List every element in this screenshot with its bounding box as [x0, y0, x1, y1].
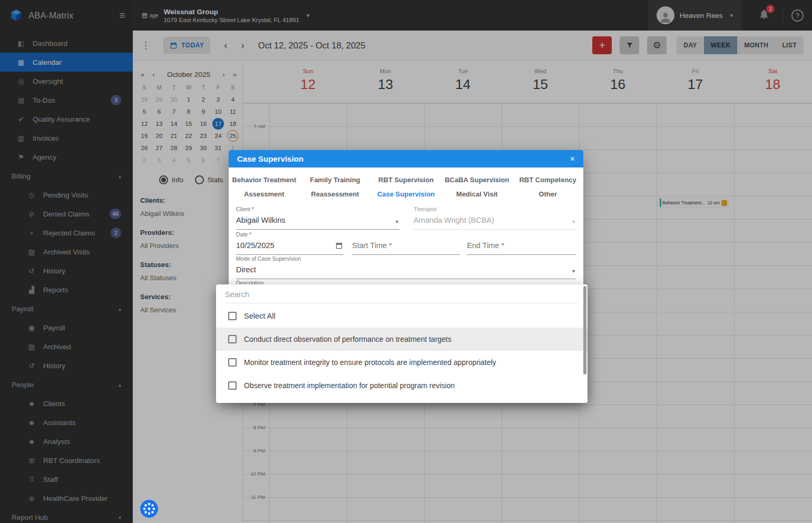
checkbox-icon[interactable]: [228, 312, 237, 320]
client-field: Client * Abigail Wilkins ▾: [236, 206, 399, 230]
tab-medical-visit[interactable]: Medical Visit: [442, 187, 513, 201]
option-row[interactable]: Conduct direct observation of performanc…: [216, 328, 588, 351]
mode-value: Direct: [236, 265, 256, 274]
end-time-label: [467, 231, 576, 239]
client-select[interactable]: Abigail Wilkins ▾: [236, 213, 399, 230]
mode-field: Mode of Case Supervision Direct ▾: [236, 255, 576, 279]
date-field: Date * 10/25/2025: [236, 231, 344, 255]
start-time-input[interactable]: Start Time *: [352, 239, 460, 255]
chevron-down-icon: ▾: [396, 219, 398, 224]
tab-reassessment[interactable]: Reassessment: [300, 187, 371, 201]
end-time-field: End Time *: [467, 231, 576, 255]
checkbox-icon[interactable]: [228, 381, 237, 390]
date-label: Date *: [236, 231, 344, 239]
option-label: Conduct direct observation of performanc…: [244, 335, 452, 343]
app-root: ABA-Matrix ≡ ◧ Dashboard ▦ Calendar ◎ Ov…: [0, 0, 812, 523]
client-value: Abigail Wilkins: [236, 216, 285, 224]
tab-behavior-treatment[interactable]: Behavior Treatment: [229, 173, 300, 187]
mode-label: Mode of Case Supervision: [236, 255, 576, 263]
therapist-label: Therapist: [414, 206, 576, 213]
visit-type-tabs: Behavior Treatment Family Training RBT S…: [229, 167, 583, 201]
option-label: Monitor treatment integrity to ensure pr…: [244, 358, 496, 367]
tab-bcaba-supervision[interactable]: BCaBA Supervision: [442, 173, 513, 187]
modal-header: Case Supervision ×: [229, 150, 583, 167]
checkbox-icon[interactable]: [228, 358, 237, 367]
tab-rbt-competency[interactable]: RBT Competency: [512, 173, 583, 187]
scrollbar-thumb[interactable]: [583, 286, 586, 374]
tab-other[interactable]: Other: [512, 187, 583, 201]
therapist-value: Amanda Wright (BCBA): [414, 216, 494, 224]
therapist-select[interactable]: Amanda Wright (BCBA) ▾: [414, 213, 576, 230]
calendar-icon[interactable]: [335, 242, 343, 250]
select-all-label: Select All: [244, 312, 276, 320]
close-icon[interactable]: ×: [570, 154, 575, 164]
select-all-row[interactable]: Select All: [216, 304, 588, 328]
checkbox-icon[interactable]: [228, 335, 237, 343]
tab-family-training[interactable]: Family Training: [300, 173, 371, 187]
search-input[interactable]: [225, 290, 579, 299]
start-time-field: Start Time *: [352, 231, 460, 255]
tab-case-supervision[interactable]: Case Supervision: [370, 187, 442, 201]
therapist-field: Therapist Amanda Wright (BCBA) ▾: [414, 206, 576, 230]
goals-multiselect-dropdown: Select All Conduct direct observation of…: [216, 284, 588, 403]
start-time-label: [352, 231, 460, 239]
option-row[interactable]: Monitor treatment integrity to ensure pr…: [216, 351, 588, 374]
tab-assessment[interactable]: Assessment: [229, 187, 300, 201]
end-time-placeholder: End Time *: [467, 241, 504, 250]
option-label: Observe treatment implementation for pot…: [244, 381, 455, 390]
client-label: Client *: [236, 206, 399, 213]
date-input[interactable]: 10/25/2025: [236, 239, 344, 255]
date-value: 10/25/2025: [236, 241, 275, 250]
floating-widget-button[interactable]: [140, 499, 159, 518]
tab-rbt-supervision[interactable]: RBT Supervision: [370, 173, 442, 187]
start-time-placeholder: Start Time *: [352, 241, 392, 250]
option-row[interactable]: Observe treatment implementation for pot…: [216, 374, 588, 397]
widget-icon: [140, 499, 159, 518]
end-time-input[interactable]: End Time *: [467, 239, 576, 255]
modal-title: Case Supervision: [237, 154, 304, 163]
chevron-down-icon: ▾: [572, 268, 575, 274]
dropdown-search: [225, 290, 579, 303]
mode-select[interactable]: Direct ▾: [236, 263, 576, 279]
chevron-down-icon: ▾: [572, 219, 575, 224]
